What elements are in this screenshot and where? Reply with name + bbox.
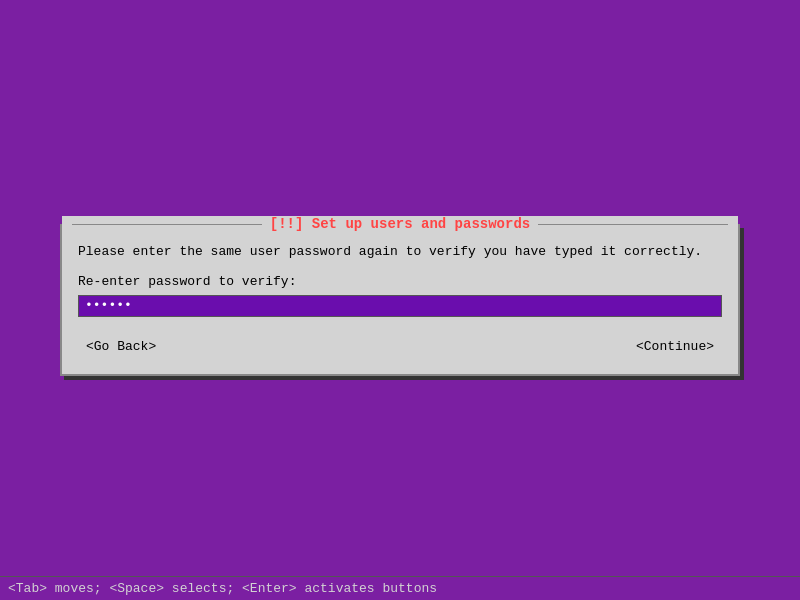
dialog-content: Please enter the same user password agai… <box>62 232 738 374</box>
go-back-button[interactable]: <Go Back> <box>78 337 164 356</box>
continue-button[interactable]: <Continue> <box>628 337 722 356</box>
title-line-left <box>72 224 262 225</box>
title-line-right <box>538 224 728 225</box>
status-bar-text: <Tab> moves; <Space> selects; <Enter> ac… <box>8 581 437 596</box>
dialog-box: [!!] Set up users and passwords Please e… <box>60 224 740 376</box>
button-row: <Go Back> <Continue> <box>78 333 722 358</box>
password-field-container <box>78 295 722 317</box>
dialog-title-bar: [!!] Set up users and passwords <box>62 216 738 232</box>
dialog-title: [!!] Set up users and passwords <box>262 216 538 232</box>
description-text: Please enter the same user password agai… <box>78 242 722 262</box>
field-label: Re-enter password to verify: <box>78 274 722 289</box>
status-bar: <Tab> moves; <Space> selects; <Enter> ac… <box>0 576 800 600</box>
password-input[interactable] <box>78 295 722 317</box>
